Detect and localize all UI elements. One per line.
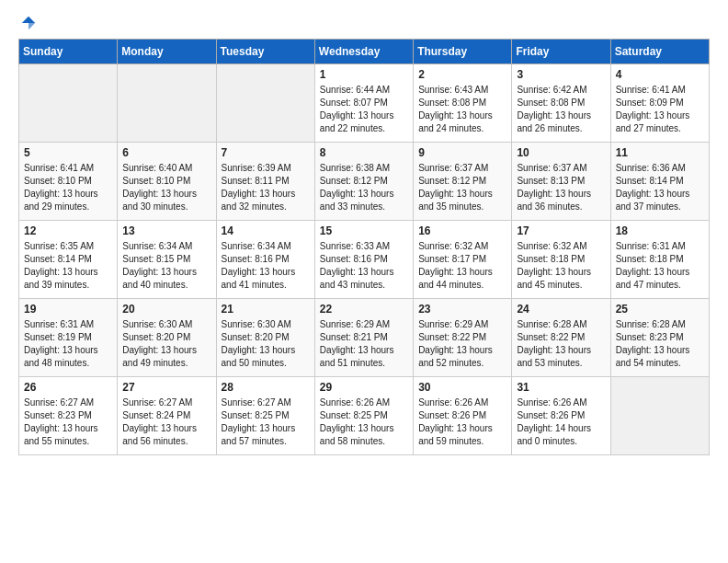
day-info: Sunrise: 6:42 AMSunset: 8:08 PMDaylight:… [517,84,605,135]
calendar-cell: 4Sunrise: 6:41 AMSunset: 8:09 PMDaylight… [610,64,709,143]
week-row-3: 12Sunrise: 6:35 AMSunset: 8:14 PMDayligh… [19,221,710,299]
day-info: Sunrise: 6:30 AMSunset: 8:20 PMDaylight:… [222,318,310,370]
day-info: Sunrise: 6:38 AMSunset: 8:12 PMDaylight:… [320,162,408,213]
day-number: 2 [418,68,506,81]
day-number: 20 [122,303,210,316]
day-number: 29 [320,381,408,394]
day-info: Sunrise: 6:44 AMSunset: 8:07 PMDaylight:… [320,84,408,135]
day-number: 18 [616,224,704,237]
calendar-cell: 11Sunrise: 6:36 AMSunset: 8:14 PMDayligh… [610,143,709,221]
day-info: Sunrise: 6:32 AMSunset: 8:17 PMDaylight:… [418,240,506,292]
day-info: Sunrise: 6:41 AMSunset: 8:10 PMDaylight:… [24,162,112,213]
day-info: Sunrise: 6:39 AMSunset: 8:11 PMDaylight:… [222,162,310,213]
day-info: Sunrise: 6:31 AMSunset: 8:18 PMDaylight:… [616,240,704,292]
day-header-tuesday: Tuesday [216,40,314,64]
calendar-cell: 8Sunrise: 6:38 AMSunset: 8:12 PMDaylight… [314,143,413,221]
calendar-cell: 16Sunrise: 6:32 AMSunset: 8:17 PMDayligh… [414,221,512,299]
day-info: Sunrise: 6:27 AMSunset: 8:23 PMDaylight:… [24,396,112,448]
calendar-cell: 7Sunrise: 6:39 AMSunset: 8:11 PMDaylight… [216,143,314,221]
day-number: 16 [418,224,506,237]
calendar-cell: 6Sunrise: 6:40 AMSunset: 8:10 PMDaylight… [118,143,216,221]
day-number: 23 [418,303,506,316]
day-number: 27 [122,381,210,394]
day-number: 26 [24,381,112,394]
calendar-cell [216,64,314,143]
calendar-cell: 12Sunrise: 6:35 AMSunset: 8:14 PMDayligh… [19,221,118,299]
calendar-cell: 22Sunrise: 6:29 AMSunset: 8:21 PMDayligh… [314,299,413,377]
day-info: Sunrise: 6:37 AMSunset: 8:12 PMDaylight:… [418,162,506,213]
calendar-cell: 28Sunrise: 6:27 AMSunset: 8:25 PMDayligh… [216,377,314,455]
calendar-cell: 24Sunrise: 6:28 AMSunset: 8:22 PMDayligh… [512,299,610,377]
day-number: 5 [24,146,112,159]
calendar-cell: 9Sunrise: 6:37 AMSunset: 8:12 PMDaylight… [414,143,512,221]
day-info: Sunrise: 6:27 AMSunset: 8:24 PMDaylight:… [122,396,210,448]
calendar-cell: 17Sunrise: 6:32 AMSunset: 8:18 PMDayligh… [512,221,610,299]
day-number: 7 [222,146,310,159]
week-row-2: 5Sunrise: 6:41 AMSunset: 8:10 PMDaylight… [19,143,710,221]
day-info: Sunrise: 6:34 AMSunset: 8:15 PMDaylight:… [122,240,210,292]
day-info: Sunrise: 6:40 AMSunset: 8:10 PMDaylight:… [122,162,210,213]
calendar-cell: 21Sunrise: 6:30 AMSunset: 8:20 PMDayligh… [216,299,314,377]
day-number: 25 [616,303,704,316]
calendar-cell: 14Sunrise: 6:34 AMSunset: 8:16 PMDayligh… [216,221,314,299]
day-info: Sunrise: 6:26 AMSunset: 8:26 PMDaylight:… [418,396,506,448]
day-number: 12 [24,224,112,237]
day-header-monday: Monday [118,40,216,64]
calendar-cell: 23Sunrise: 6:29 AMSunset: 8:22 PMDayligh… [414,299,512,377]
calendar-cell: 15Sunrise: 6:33 AMSunset: 8:16 PMDayligh… [314,221,413,299]
week-row-4: 19Sunrise: 6:31 AMSunset: 8:19 PMDayligh… [19,299,710,377]
calendar-cell: 5Sunrise: 6:41 AMSunset: 8:10 PMDaylight… [19,143,118,221]
day-number: 28 [222,381,310,394]
day-header-saturday: Saturday [610,40,709,64]
day-info: Sunrise: 6:32 AMSunset: 8:18 PMDaylight:… [517,240,605,292]
logo [18,15,37,28]
day-header-wednesday: Wednesday [314,40,413,64]
day-number: 21 [222,303,310,316]
day-info: Sunrise: 6:29 AMSunset: 8:22 PMDaylight:… [418,318,506,370]
day-number: 9 [418,146,506,159]
day-info: Sunrise: 6:28 AMSunset: 8:22 PMDaylight:… [517,318,605,370]
calendar-cell: 26Sunrise: 6:27 AMSunset: 8:23 PMDayligh… [19,377,118,455]
day-info: Sunrise: 6:37 AMSunset: 8:13 PMDaylight:… [517,162,605,213]
day-header-thursday: Thursday [414,40,512,64]
day-number: 14 [222,224,310,237]
day-number: 13 [122,224,210,237]
day-number: 30 [418,381,506,394]
day-info: Sunrise: 6:33 AMSunset: 8:16 PMDaylight:… [320,240,408,292]
day-info: Sunrise: 6:28 AMSunset: 8:23 PMDaylight:… [616,318,704,370]
logo-icon [20,15,37,31]
day-number: 10 [517,146,605,159]
day-number: 3 [517,68,605,81]
calendar-cell: 25Sunrise: 6:28 AMSunset: 8:23 PMDayligh… [610,299,709,377]
day-number: 17 [517,224,605,237]
week-row-5: 26Sunrise: 6:27 AMSunset: 8:23 PMDayligh… [19,377,710,455]
day-number: 8 [320,146,408,159]
day-info: Sunrise: 6:27 AMSunset: 8:25 PMDaylight:… [222,396,310,448]
calendar-cell: 31Sunrise: 6:26 AMSunset: 8:26 PMDayligh… [512,377,610,455]
calendar-cell: 2Sunrise: 6:43 AMSunset: 8:08 PMDaylight… [414,64,512,143]
day-info: Sunrise: 6:26 AMSunset: 8:26 PMDaylight:… [517,396,605,448]
day-number: 22 [320,303,408,316]
calendar-cell: 1Sunrise: 6:44 AMSunset: 8:07 PMDaylight… [314,64,413,143]
svg-marker-0 [22,17,35,23]
calendar-cell: 3Sunrise: 6:42 AMSunset: 8:08 PMDaylight… [512,64,610,143]
day-info: Sunrise: 6:36 AMSunset: 8:14 PMDaylight:… [616,162,704,213]
day-info: Sunrise: 6:26 AMSunset: 8:25 PMDaylight:… [320,396,408,448]
day-number: 15 [320,224,408,237]
calendar-cell: 30Sunrise: 6:26 AMSunset: 8:26 PMDayligh… [414,377,512,455]
svg-marker-1 [28,23,35,29]
calendar-cell: 13Sunrise: 6:34 AMSunset: 8:15 PMDayligh… [118,221,216,299]
day-number: 1 [320,68,408,81]
day-number: 4 [616,68,704,81]
day-number: 6 [122,146,210,159]
day-info: Sunrise: 6:41 AMSunset: 8:09 PMDaylight:… [616,84,704,135]
days-header-row: SundayMondayTuesdayWednesdayThursdayFrid… [19,40,710,64]
calendar-cell [19,64,118,143]
calendar-table: SundayMondayTuesdayWednesdayThursdayFrid… [18,39,710,455]
day-number: 24 [517,303,605,316]
week-row-1: 1Sunrise: 6:44 AMSunset: 8:07 PMDaylight… [19,64,710,143]
day-info: Sunrise: 6:31 AMSunset: 8:19 PMDaylight:… [24,318,112,370]
calendar-cell: 18Sunrise: 6:31 AMSunset: 8:18 PMDayligh… [610,221,709,299]
day-number: 19 [24,303,112,316]
calendar-cell: 10Sunrise: 6:37 AMSunset: 8:13 PMDayligh… [512,143,610,221]
